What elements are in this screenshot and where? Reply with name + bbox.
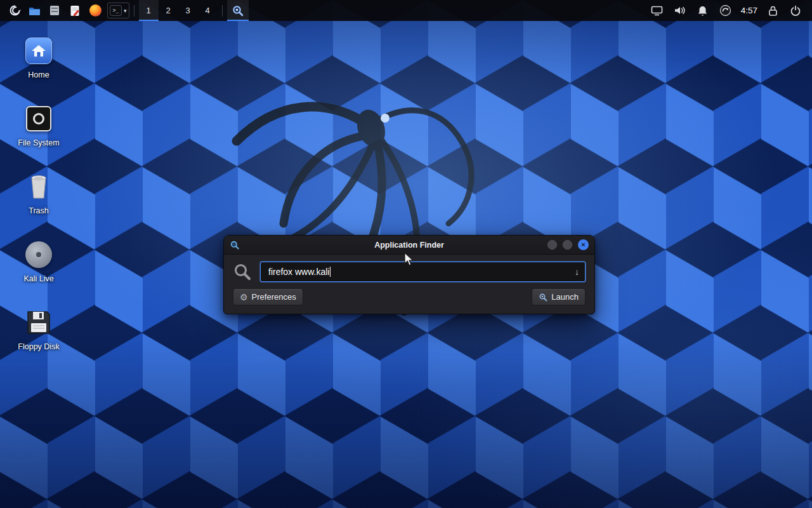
terminal-icon: >_: [110, 5, 122, 16]
window-body: firefox www.kali ↓ ⚙ Preferences Launch: [224, 255, 594, 314]
search-input-value: firefox www.kali: [268, 267, 329, 277]
gear-icon: ⚙: [240, 292, 248, 302]
kali-logo-icon: [8, 4, 22, 17]
text-caret: [330, 267, 331, 277]
file-manager-icon: [29, 6, 41, 16]
terminal-launcher[interactable]: >_ ▾: [107, 3, 129, 18]
firefox-launcher[interactable]: [85, 0, 105, 21]
notifications-tray-button[interactable]: [691, 0, 714, 21]
file-manager-launcher[interactable]: [24, 0, 44, 21]
desktop-icon-kali-live[interactable]: Kali Live: [6, 239, 71, 283]
desktop-icon-label: Trash: [29, 206, 49, 215]
chevron-down-icon[interactable]: ▾: [124, 8, 127, 14]
desktop-icon-file-system[interactable]: File System: [6, 104, 71, 147]
file-cabinet-launcher[interactable]: [44, 0, 65, 21]
preferences-button-label: Preferences: [252, 292, 296, 302]
maximize-button[interactable]: [563, 240, 572, 250]
kali-menu-button[interactable]: [5, 0, 24, 21]
top-panel: >_ ▾ 1 2 3 4: [0, 0, 812, 21]
window-app-icon: [230, 240, 240, 250]
display-icon: [651, 6, 663, 16]
workspace-3-button[interactable]: 3: [178, 0, 198, 21]
desktop-screen: >_ ▾ 1 2 3 4: [0, 0, 812, 508]
clock[interactable]: 4:57: [737, 0, 761, 21]
floppy-icon: [25, 309, 52, 336]
taskbar-application-finder[interactable]: [227, 0, 249, 21]
desktop-icon-trash[interactable]: Trash: [6, 171, 71, 215]
titlebar[interactable]: Application Finder ×: [224, 236, 594, 255]
bell-icon: [697, 5, 708, 17]
minimize-button[interactable]: [547, 240, 557, 250]
desktop-icon-floppy-disk[interactable]: Floppy Disk: [6, 307, 71, 351]
launch-icon: [539, 293, 547, 302]
text-editor-launcher[interactable]: [65, 0, 85, 21]
desktop-icon-label: Home: [28, 70, 49, 79]
lock-icon: [768, 5, 778, 17]
volume-tray-button[interactable]: [669, 0, 691, 21]
desktop-icon-label: Kali Live: [23, 274, 53, 283]
launch-button[interactable]: Launch: [532, 288, 586, 305]
workspace-1-button[interactable]: 1: [139, 0, 159, 21]
panel-separator: [222, 5, 223, 17]
preferences-button[interactable]: ⚙ Preferences: [233, 288, 303, 305]
desktop-icon-home[interactable]: Home: [6, 36, 71, 79]
entry-dropdown-arrow-icon[interactable]: ↓: [575, 267, 579, 277]
workspace-4-button[interactable]: 4: [198, 0, 218, 21]
workspace-2-button[interactable]: 2: [159, 0, 178, 21]
application-finder-window: Application Finder × firefox www.kali ↓: [223, 235, 595, 314]
display-tray-button[interactable]: [646, 0, 669, 21]
firefox-icon: [89, 4, 102, 17]
system-tray: 4:57: [646, 0, 807, 21]
close-button[interactable]: ×: [578, 239, 589, 250]
update-status-tray-button[interactable]: [714, 0, 737, 21]
update-orb-icon: [719, 4, 731, 17]
desktop-icon-label: Floppy Disk: [18, 342, 59, 351]
panel-separator: [134, 5, 134, 17]
logout-tray-button[interactable]: [784, 0, 807, 21]
search-icon: [233, 262, 252, 281]
desktop-icon-label: File System: [18, 138, 59, 147]
file-system-icon: [26, 106, 51, 131]
text-editor-icon: [70, 5, 80, 17]
app-finder-icon: [232, 4, 244, 17]
home-icon: [25, 37, 52, 64]
power-icon: [790, 5, 801, 17]
file-cabinet-icon: [49, 5, 60, 16]
speaker-icon: [674, 5, 686, 16]
search-input[interactable]: firefox www.kali ↓: [260, 262, 586, 282]
disc-icon: [25, 241, 52, 268]
launch-button-label: Launch: [551, 292, 579, 302]
screen-lock-tray-button[interactable]: [761, 0, 784, 21]
trash-icon: [26, 173, 51, 201]
window-title: Application Finder: [224, 241, 594, 250]
